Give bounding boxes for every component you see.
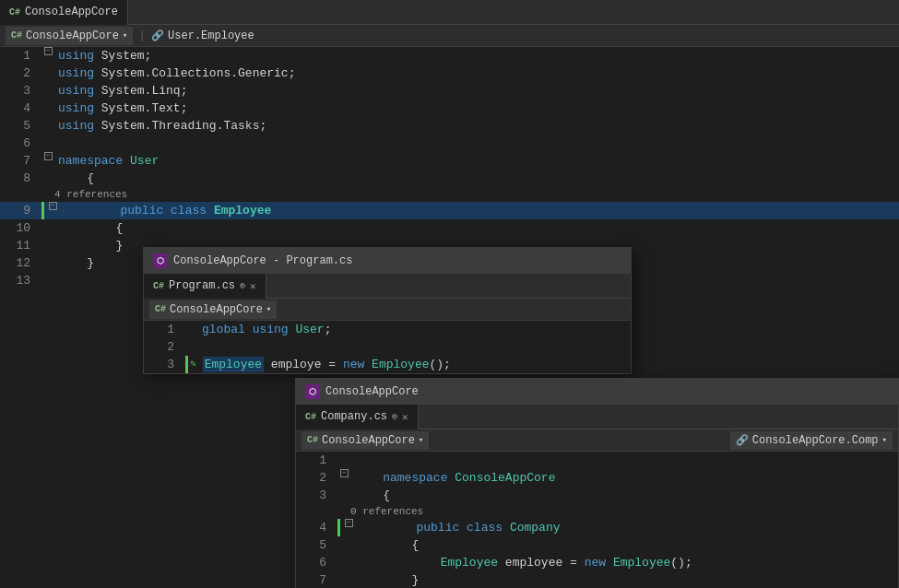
green-bar bbox=[41, 202, 44, 219]
table-row: 6 bbox=[0, 135, 899, 152]
program-cs-dropdown-bar: C# ConsoleAppCore ▾ bbox=[144, 299, 631, 321]
green-bar-3 bbox=[185, 356, 188, 373]
main-type-dropdown-chevron: ▾ bbox=[123, 30, 127, 41]
company-cs-dropdown-bar: C# ConsoleAppCore ▾ 🔗 ConsoleAppCore.Com… bbox=[296, 429, 898, 452]
table-row: 2 bbox=[144, 338, 631, 356]
collapse-icon[interactable]: − bbox=[44, 47, 53, 55]
main-tab-label: ConsoleAppCore bbox=[25, 6, 118, 18]
company-csharp-icon: C# bbox=[305, 412, 316, 422]
company-vs-icon: ⬡ bbox=[305, 384, 320, 399]
program-cs-type-dropdown[interactable]: C# ConsoleAppCore ▾ bbox=[149, 300, 277, 319]
main-editor-window: C# ConsoleAppCore C# ConsoleAppCore ▾ | … bbox=[0, 0, 899, 588]
csharp-tab-icon: C# bbox=[153, 281, 164, 291]
company-cs-title: ConsoleAppCore bbox=[325, 385, 419, 398]
table-row: 7 − namespace User bbox=[0, 152, 899, 170]
csharp-icon: C# bbox=[9, 7, 20, 18]
main-type-dropdown[interactable]: C# ConsoleAppCore ▾ bbox=[6, 27, 133, 45]
company-cs-title-bar: ⬡ ConsoleAppCore bbox=[296, 379, 898, 405]
company-cs-chevron: ▾ bbox=[419, 435, 423, 445]
line-9-container: 4 references 9 − public class Employee bbox=[0, 187, 899, 219]
main-tab-consoleappcore[interactable]: C# ConsoleAppCore bbox=[0, 0, 128, 25]
table-row: 5 using System.Threading.Tasks; bbox=[0, 117, 899, 135]
table-row: 8 { bbox=[0, 170, 899, 187]
company-cs-tab[interactable]: C# Company.cs ⊕ ✕ bbox=[296, 405, 419, 429]
line-4-container: 0 references 4 − public class Company bbox=[296, 504, 898, 536]
company-cs-dropdown-label: ConsoleAppCore bbox=[322, 434, 415, 447]
program-cs-dropdown-label: ConsoleAppCore bbox=[170, 303, 263, 316]
table-row: 6 Employee employee = new Employee(); bbox=[296, 554, 898, 571]
company-cs-code-area: 1 2 − namespace ConsoleAppCore 3 { 0 ref… bbox=[296, 452, 898, 588]
table-row: 9 − public class Employee bbox=[0, 202, 899, 219]
table-row: 5 { bbox=[296, 536, 898, 554]
company-cs-right-dropdown-label: ConsoleAppCore.Comp bbox=[752, 434, 879, 447]
company-cs-window: ⬡ ConsoleAppCore C# Company.cs ⊕ ✕ C# Co… bbox=[295, 378, 899, 588]
table-row: 7 } bbox=[296, 571, 898, 588]
main-tab-bar: C# ConsoleAppCore bbox=[0, 0, 899, 25]
company-cs-tab-label: Company.cs bbox=[321, 410, 387, 423]
company-cs-close[interactable]: ✕ bbox=[402, 411, 408, 423]
collapse-icon[interactable]: − bbox=[44, 152, 53, 160]
table-row: 3 ✎ Employee employe = new Employee(); bbox=[144, 356, 631, 373]
collapse-icon[interactable]: − bbox=[340, 469, 349, 477]
program-cs-title-bar: ⬡ ConsoleAppCore - Program.cs bbox=[144, 248, 631, 274]
company-cs-right-dropdown[interactable]: 🔗 ConsoleAppCore.Comp ▾ bbox=[730, 431, 893, 450]
table-row: 1 bbox=[296, 452, 898, 469]
collapse-icon[interactable]: − bbox=[345, 519, 353, 527]
pen-edit-icon: ✎ bbox=[190, 356, 196, 373]
program-cs-window: ⬡ ConsoleAppCore - Program.cs C# Program… bbox=[143, 247, 632, 374]
program-cs-tab-label: Program.cs bbox=[169, 279, 235, 292]
main-type-dropdown-label: ConsoleAppCore bbox=[26, 29, 119, 42]
ref-hint-4: 0 references bbox=[296, 504, 898, 519]
table-row: 10 { bbox=[0, 219, 899, 237]
ref-hint: 4 references bbox=[0, 187, 899, 202]
program-cs-code-area: 1 global using User; 2 3 ✎ Employee empl… bbox=[144, 321, 631, 373]
company-cs-left-dropdown[interactable]: C# ConsoleAppCore ▾ bbox=[302, 431, 429, 450]
table-row: 2 − namespace ConsoleAppCore bbox=[296, 469, 898, 487]
program-cs-tab-bar: C# Program.cs ⊕ ✕ bbox=[144, 274, 631, 299]
green-bar-4 bbox=[337, 519, 340, 536]
main-breadcrumb-text: User.Employee bbox=[168, 29, 254, 42]
table-row: 3 using System.Linq; bbox=[0, 82, 899, 100]
table-row: 4 using System.Text; bbox=[0, 100, 899, 117]
program-cs-close[interactable]: ✕ bbox=[250, 280, 256, 292]
table-row: 4 − public class Company bbox=[296, 519, 898, 536]
main-dropdown-bar: C# ConsoleAppCore ▾ | 🔗 User.Employee bbox=[0, 25, 899, 47]
program-cs-title: ConsoleAppCore - Program.cs bbox=[173, 254, 352, 267]
collapse-icon[interactable]: − bbox=[49, 202, 57, 210]
table-row: 1 global using User; bbox=[144, 321, 631, 338]
company-cs-tab-bar: C# Company.cs ⊕ ✕ bbox=[296, 405, 898, 429]
table-row: 2 using System.Collections.Generic; bbox=[0, 65, 899, 82]
program-cs-chevron: ▾ bbox=[266, 304, 271, 314]
table-row: 3 { bbox=[296, 487, 898, 504]
company-cs-right-chevron: ▾ bbox=[882, 435, 887, 445]
table-row: 1 − using System; bbox=[0, 47, 899, 65]
program-cs-tab[interactable]: C# Program.cs ⊕ ✕ bbox=[144, 274, 266, 299]
vs-icon: ⬡ bbox=[153, 253, 168, 268]
